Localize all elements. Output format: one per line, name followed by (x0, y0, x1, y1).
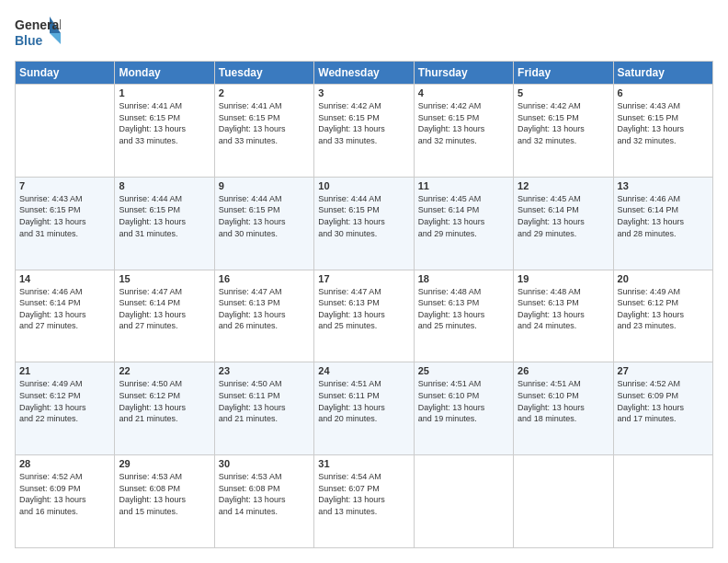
cell-info: Sunrise: 4:50 AM Sunset: 6:11 PM Dayligh… (219, 378, 310, 424)
day-number: 9 (219, 180, 310, 191)
cell-info: Sunrise: 4:46 AM Sunset: 6:14 PM Dayligh… (618, 193, 709, 239)
calendar-cell: 19Sunrise: 4:48 AM Sunset: 6:13 PM Dayli… (514, 270, 613, 362)
day-number: 29 (119, 458, 210, 469)
calendar-cell: 18Sunrise: 4:48 AM Sunset: 6:13 PM Dayli… (414, 270, 513, 362)
cell-info: Sunrise: 4:49 AM Sunset: 6:12 PM Dayligh… (19, 378, 110, 424)
cell-info: Sunrise: 4:44 AM Sunset: 6:15 PM Dayligh… (219, 193, 310, 239)
calendar-cell (414, 455, 513, 548)
weekday-header-wednesday: Wednesday (314, 62, 414, 85)
cell-info: Sunrise: 4:51 AM Sunset: 6:11 PM Dayligh… (318, 378, 409, 424)
calendar-cell: 4Sunrise: 4:42 AM Sunset: 6:15 PM Daylig… (414, 85, 513, 178)
day-number: 18 (418, 273, 509, 284)
calendar-cell: 1Sunrise: 4:41 AM Sunset: 6:15 PM Daylig… (115, 85, 214, 178)
cell-info: Sunrise: 4:42 AM Sunset: 6:15 PM Dayligh… (318, 100, 409, 146)
weekday-header-sunday: Sunday (16, 62, 115, 85)
day-number: 30 (219, 458, 310, 469)
cell-info: Sunrise: 4:46 AM Sunset: 6:14 PM Dayligh… (19, 286, 110, 332)
cell-info: Sunrise: 4:51 AM Sunset: 6:10 PM Dayligh… (418, 378, 509, 424)
day-number: 6 (618, 87, 709, 98)
cell-info: Sunrise: 4:52 AM Sunset: 6:09 PM Dayligh… (618, 378, 709, 424)
cell-info: Sunrise: 4:44 AM Sunset: 6:15 PM Dayligh… (119, 193, 210, 239)
svg-text:General: General (15, 17, 61, 32)
calendar-cell: 28Sunrise: 4:52 AM Sunset: 6:09 PM Dayli… (16, 455, 115, 548)
cell-info: Sunrise: 4:48 AM Sunset: 6:13 PM Dayligh… (418, 286, 509, 332)
calendar-cell: 7Sunrise: 4:43 AM Sunset: 6:15 PM Daylig… (16, 177, 115, 270)
cell-info: Sunrise: 4:50 AM Sunset: 6:12 PM Dayligh… (119, 378, 210, 424)
calendar-cell: 3Sunrise: 4:42 AM Sunset: 6:15 PM Daylig… (314, 85, 414, 178)
day-number: 23 (219, 365, 310, 376)
weekday-header-friday: Friday (514, 62, 613, 85)
cell-info: Sunrise: 4:45 AM Sunset: 6:14 PM Dayligh… (418, 193, 509, 239)
calendar-cell: 20Sunrise: 4:49 AM Sunset: 6:12 PM Dayli… (613, 270, 712, 362)
day-number: 25 (418, 365, 509, 376)
day-number: 7 (19, 180, 110, 191)
calendar-cell: 27Sunrise: 4:52 AM Sunset: 6:09 PM Dayli… (613, 362, 712, 455)
day-number: 16 (219, 273, 310, 284)
day-number: 22 (119, 365, 210, 376)
logo: GeneralBlue (15, 15, 61, 52)
calendar-cell: 9Sunrise: 4:44 AM Sunset: 6:15 PM Daylig… (214, 177, 313, 270)
calendar-cell: 26Sunrise: 4:51 AM Sunset: 6:10 PM Dayli… (514, 362, 613, 455)
cell-info: Sunrise: 4:47 AM Sunset: 6:13 PM Dayligh… (219, 286, 310, 332)
day-number: 11 (418, 180, 509, 191)
cell-info: Sunrise: 4:45 AM Sunset: 6:14 PM Dayligh… (518, 193, 609, 239)
svg-marker-1 (50, 33, 61, 44)
cell-info: Sunrise: 4:48 AM Sunset: 6:13 PM Dayligh… (518, 286, 609, 332)
day-number: 21 (19, 365, 110, 376)
cell-info: Sunrise: 4:42 AM Sunset: 6:15 PM Dayligh… (518, 100, 609, 146)
day-number: 27 (618, 365, 709, 376)
cell-info: Sunrise: 4:53 AM Sunset: 6:08 PM Dayligh… (219, 471, 310, 517)
day-number: 17 (318, 273, 409, 284)
cell-info: Sunrise: 4:41 AM Sunset: 6:15 PM Dayligh… (219, 100, 310, 146)
calendar-cell: 8Sunrise: 4:44 AM Sunset: 6:15 PM Daylig… (115, 177, 214, 270)
cell-info: Sunrise: 4:54 AM Sunset: 6:07 PM Dayligh… (318, 471, 409, 517)
weekday-header-tuesday: Tuesday (214, 62, 313, 85)
cell-info: Sunrise: 4:47 AM Sunset: 6:14 PM Dayligh… (119, 286, 210, 332)
calendar-cell: 25Sunrise: 4:51 AM Sunset: 6:10 PM Dayli… (414, 362, 513, 455)
calendar-cell: 24Sunrise: 4:51 AM Sunset: 6:11 PM Dayli… (314, 362, 414, 455)
day-number: 31 (318, 458, 409, 469)
day-number: 15 (119, 273, 210, 284)
day-number: 1 (119, 87, 210, 98)
calendar-cell: 14Sunrise: 4:46 AM Sunset: 6:14 PM Dayli… (16, 270, 115, 362)
calendar-cell: 21Sunrise: 4:49 AM Sunset: 6:12 PM Dayli… (16, 362, 115, 455)
cell-info: Sunrise: 4:43 AM Sunset: 6:15 PM Dayligh… (618, 100, 709, 146)
calendar-cell: 16Sunrise: 4:47 AM Sunset: 6:13 PM Dayli… (214, 270, 313, 362)
day-number: 10 (318, 180, 409, 191)
week-row-3: 14Sunrise: 4:46 AM Sunset: 6:14 PM Dayli… (16, 270, 713, 362)
svg-text:Blue: Blue (15, 33, 43, 48)
day-number: 19 (518, 273, 609, 284)
calendar-cell (16, 85, 115, 178)
calendar-cell: 23Sunrise: 4:50 AM Sunset: 6:11 PM Dayli… (214, 362, 313, 455)
calendar-cell (613, 455, 712, 548)
cell-info: Sunrise: 4:49 AM Sunset: 6:12 PM Dayligh… (618, 286, 709, 332)
week-row-1: 1Sunrise: 4:41 AM Sunset: 6:15 PM Daylig… (16, 85, 713, 178)
calendar-cell: 2Sunrise: 4:41 AM Sunset: 6:15 PM Daylig… (214, 85, 313, 178)
weekday-header-thursday: Thursday (414, 62, 513, 85)
cell-info: Sunrise: 4:43 AM Sunset: 6:15 PM Dayligh… (19, 193, 110, 239)
day-number: 13 (618, 180, 709, 191)
day-number: 24 (318, 365, 409, 376)
week-row-2: 7Sunrise: 4:43 AM Sunset: 6:15 PM Daylig… (16, 177, 713, 270)
calendar-cell: 30Sunrise: 4:53 AM Sunset: 6:08 PM Dayli… (214, 455, 313, 548)
calendar-cell: 12Sunrise: 4:45 AM Sunset: 6:14 PM Dayli… (514, 177, 613, 270)
cell-info: Sunrise: 4:44 AM Sunset: 6:15 PM Dayligh… (318, 193, 409, 239)
day-number: 3 (318, 87, 409, 98)
day-number: 20 (618, 273, 709, 284)
day-number: 28 (19, 458, 110, 469)
cell-info: Sunrise: 4:51 AM Sunset: 6:10 PM Dayligh… (518, 378, 609, 424)
day-number: 12 (518, 180, 609, 191)
day-number: 14 (19, 273, 110, 284)
cell-info: Sunrise: 4:52 AM Sunset: 6:09 PM Dayligh… (19, 471, 110, 517)
calendar-cell: 10Sunrise: 4:44 AM Sunset: 6:15 PM Dayli… (314, 177, 414, 270)
calendar-cell: 17Sunrise: 4:47 AM Sunset: 6:13 PM Dayli… (314, 270, 414, 362)
calendar-table: SundayMondayTuesdayWednesdayThursdayFrid… (15, 61, 713, 548)
calendar-cell: 13Sunrise: 4:46 AM Sunset: 6:14 PM Dayli… (613, 177, 712, 270)
weekday-header-monday: Monday (115, 62, 214, 85)
calendar-cell: 15Sunrise: 4:47 AM Sunset: 6:14 PM Dayli… (115, 270, 214, 362)
calendar-cell: 31Sunrise: 4:54 AM Sunset: 6:07 PM Dayli… (314, 455, 414, 548)
week-row-4: 21Sunrise: 4:49 AM Sunset: 6:12 PM Dayli… (16, 362, 713, 455)
day-number: 5 (518, 87, 609, 98)
day-number: 26 (518, 365, 609, 376)
logo-icon: GeneralBlue (15, 15, 61, 52)
